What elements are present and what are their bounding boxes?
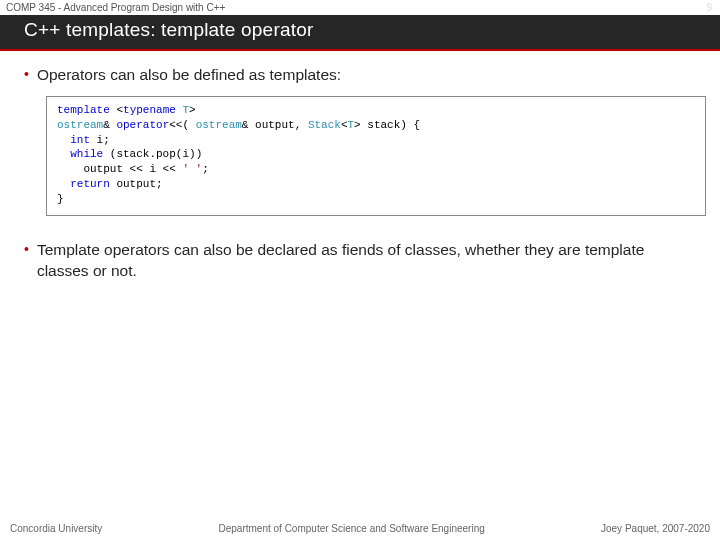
bullet-dot-icon: • [24, 240, 29, 260]
bullet-dot-icon: • [24, 65, 29, 85]
bullet-item: • Template operators can also be declare… [24, 240, 696, 282]
slide-title: C++ templates: template operator [0, 15, 720, 49]
bullet-item: • Operators can also be defined as templ… [24, 65, 696, 86]
course-code: COMP 345 - Advanced Program Design with … [6, 2, 225, 13]
header-top: COMP 345 - Advanced Program Design with … [0, 0, 720, 15]
footer-center: Department of Computer Science and Softw… [219, 523, 485, 534]
slide-body: • Operators can also be defined as templ… [0, 51, 720, 282]
bullet-text: Operators can also be defined as templat… [37, 65, 341, 86]
slide: COMP 345 - Advanced Program Design with … [0, 0, 720, 540]
page-number: 9 [706, 2, 712, 13]
code-block: template <typename T> ostream& operator<… [46, 96, 706, 216]
bullet-text: Template operators can also be declared … [37, 240, 696, 282]
footer: Concordia University Department of Compu… [0, 519, 720, 540]
footer-right: Joey Paquet, 2007-2020 [601, 523, 710, 534]
footer-left: Concordia University [10, 523, 102, 534]
